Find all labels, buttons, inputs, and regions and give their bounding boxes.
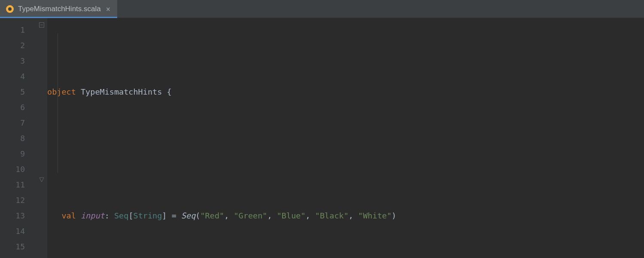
line-number: 2 bbox=[0, 38, 35, 53]
keyword: val bbox=[61, 208, 76, 224]
line-number: 4 bbox=[0, 69, 35, 84]
tab-title: TypeMismatchHints.scala bbox=[18, 5, 101, 13]
line-number: 7 bbox=[0, 115, 35, 131]
code-line[interactable]: object TypeMismatchHints { bbox=[47, 84, 644, 100]
line-number: 13 bbox=[0, 208, 35, 224]
line-number: 5 bbox=[0, 84, 35, 100]
keyword: object bbox=[47, 84, 76, 100]
line-number: 1 bbox=[0, 22, 35, 38]
val-name: input bbox=[81, 208, 105, 224]
scala-object-icon bbox=[6, 5, 14, 13]
code-line[interactable] bbox=[47, 146, 644, 162]
object-name: TypeMismatchHints bbox=[81, 84, 162, 100]
close-icon[interactable]: × bbox=[105, 5, 111, 13]
line-number: 11 bbox=[0, 177, 35, 193]
brace: { bbox=[167, 84, 171, 100]
string: "Blue" bbox=[277, 208, 306, 224]
fold-close-icon[interactable] bbox=[39, 177, 45, 184]
code-line[interactable]: val input: Seq[String] = Seq("Red", "Gre… bbox=[47, 208, 644, 224]
string: "White" bbox=[358, 208, 392, 224]
type: String bbox=[134, 208, 162, 224]
ctor: Seq bbox=[181, 208, 195, 224]
gutter: 1 2 3 4 5 6 7 8 9 10 11 12 13 14 15 bbox=[0, 18, 35, 258]
line-number: 9 bbox=[0, 146, 35, 162]
indent-guide bbox=[58, 34, 58, 173]
string: "Black" bbox=[315, 208, 349, 224]
string: "Red" bbox=[200, 208, 224, 224]
editor[interactable]: 1 2 3 4 5 6 7 8 9 10 11 12 13 14 15 obje… bbox=[0, 18, 644, 258]
line-number: 10 bbox=[0, 162, 35, 177]
line-number: 3 bbox=[0, 53, 35, 69]
line-number: 14 bbox=[0, 224, 35, 239]
tab-bar: TypeMismatchHints.scala × bbox=[0, 0, 644, 18]
type: Seq bbox=[114, 208, 128, 224]
fold-gutter bbox=[35, 18, 47, 258]
line-number: 6 bbox=[0, 100, 35, 115]
line-number: 12 bbox=[0, 193, 35, 208]
line-number: 8 bbox=[0, 131, 35, 146]
string: "Green" bbox=[234, 208, 267, 224]
code-area[interactable]: object TypeMismatchHints { val input: Se… bbox=[47, 18, 644, 258]
line-number: 15 bbox=[0, 239, 35, 255]
tab-active[interactable]: TypeMismatchHints.scala × bbox=[0, 0, 117, 18]
fold-open-icon[interactable] bbox=[39, 22, 45, 29]
